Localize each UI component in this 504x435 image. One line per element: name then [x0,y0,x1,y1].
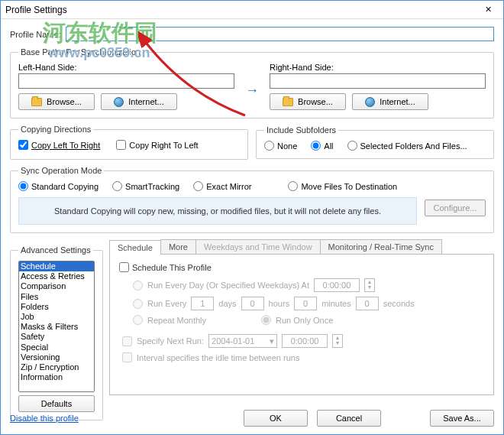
sync-mode-group: Sync Operation Mode Standard Copying Sma… [10,166,494,233]
folder-icon [31,98,42,106]
syncmode-description: Standard Copying will copy new, missing,… [18,197,417,225]
hours-input [241,297,264,310]
advanced-list[interactable]: ScheduleAccess & RetriesComparisonFilesF… [18,261,95,392]
disable-profile-link[interactable]: Disable this profile [10,414,79,423]
run-every-label: Run Every [147,299,186,308]
copying-directions-group: Copying Directions Copy Left To Right Co… [10,125,248,160]
schedule-pane: Schedule This Profile Run Every Day (Or … [109,255,494,395]
subfolders-legend: Include Subfolders [264,125,338,135]
copy-ltr-checkbox[interactable]: Copy Left To Right [18,140,100,150]
advanced-item[interactable]: Special [19,342,94,352]
window-title: Profile Settings [5,5,477,15]
advanced-item[interactable]: Zip / Encryption [19,362,94,372]
days-input [191,297,214,310]
configure-button: Configure... [425,200,486,216]
copying-legend: Copying Directions [18,125,93,134]
subfolders-all-radio[interactable]: All [311,141,333,151]
copy-rtl-checkbox[interactable]: Copy Right To Left [116,140,198,150]
tab-monitoring[interactable]: Monitoring / Real-Time Sync [320,239,442,254]
specify-next-label: Specify Next Run: [137,336,204,346]
repeat-monthly-radio [133,315,143,325]
include-subfolders-group: Include Subfolders None All Selected Fol… [256,125,494,159]
idle-interval-label: Interval specifies the idle time between… [137,353,299,362]
advanced-item[interactable]: Files [19,292,94,302]
profile-name-label: Profile Name: [10,30,61,39]
right-internet-button[interactable]: Internet... [352,93,428,110]
save-as-button[interactable]: Save As... [430,410,494,427]
minutes-input [294,297,317,310]
left-internet-button[interactable]: Internet... [101,93,177,110]
run-once-label: Run Only Once [276,316,333,325]
repeat-monthly-label: Repeat Monthly [147,316,206,325]
next-run-date: 2004-01-01▾ [208,334,277,348]
close-icon[interactable]: ✕ [477,2,499,18]
mode-move-radio[interactable]: Move Files To Destination [288,181,397,191]
advanced-item[interactable]: Masks & Filters [19,322,94,332]
tab-more[interactable]: More [160,239,196,254]
mode-standard-radio[interactable]: Standard Copying [18,181,99,191]
globe-icon [114,97,124,107]
advanced-settings-group: Advanced Settings ScheduleAccess & Retri… [10,245,103,420]
every-day-time [314,278,360,292]
tab-weekdays: Weekdays and Time Window [195,239,321,254]
right-browse-button[interactable]: Browse... [270,93,346,110]
advanced-item[interactable]: Schedule [19,261,94,271]
idle-interval-checkbox [122,352,132,362]
subfolders-selected-radio[interactable]: Selected Folders And Files... [347,141,467,151]
right-side-label: Right-Hand Side: [270,63,486,72]
profile-name-input[interactable] [66,27,494,41]
left-side-label: Left-Hand Side: [18,63,234,72]
calendar-icon: ▾ [270,336,274,346]
left-browse-button[interactable]: Browse... [18,93,95,110]
basepaths-legend: Base Paths For Synchronization [18,47,143,57]
advanced-legend: Advanced Settings [18,245,93,255]
run-once-radio [261,315,271,325]
run-every-day-label: Run Every Day (Or Specified Weekdays) At [147,281,309,290]
basepaths-group: Base Paths For Synchronization Left-Hand… [10,47,494,118]
ok-button[interactable]: OK [244,410,308,427]
mode-mirror-radio[interactable]: Exact Mirror [193,181,251,191]
arrow-icon: → [242,75,262,99]
tab-schedule[interactable]: Schedule [109,240,161,255]
seconds-input [356,297,379,310]
advanced-item[interactable]: Job [19,312,94,322]
advanced-item[interactable]: Information [19,372,94,382]
advanced-item[interactable]: Versioning [19,352,94,362]
run-every-radio [133,299,143,309]
globe-icon [365,97,375,107]
mode-smart-radio[interactable]: SmartTracking [112,181,179,191]
left-side-input[interactable] [18,73,234,89]
advanced-item[interactable]: Comparison [19,281,94,291]
right-side-input[interactable] [270,73,486,89]
time-spinner: ▲▼ [332,334,343,348]
schedule-enable-checkbox[interactable]: Schedule This Profile [119,262,212,272]
advanced-item[interactable]: Safety [19,332,94,342]
subfolders-none-radio[interactable]: None [264,141,297,151]
syncmode-legend: Sync Operation Mode [18,166,104,175]
next-run-time [282,334,328,348]
run-every-day-radio [133,281,143,291]
time-spinner: ▲▼ [364,278,375,292]
folder-icon [283,98,293,106]
specify-next-checkbox [122,336,132,346]
advanced-item[interactable]: Access & Retries [19,271,94,281]
advanced-item[interactable]: Folders [19,302,94,312]
cancel-button[interactable]: Cancel [317,410,381,427]
